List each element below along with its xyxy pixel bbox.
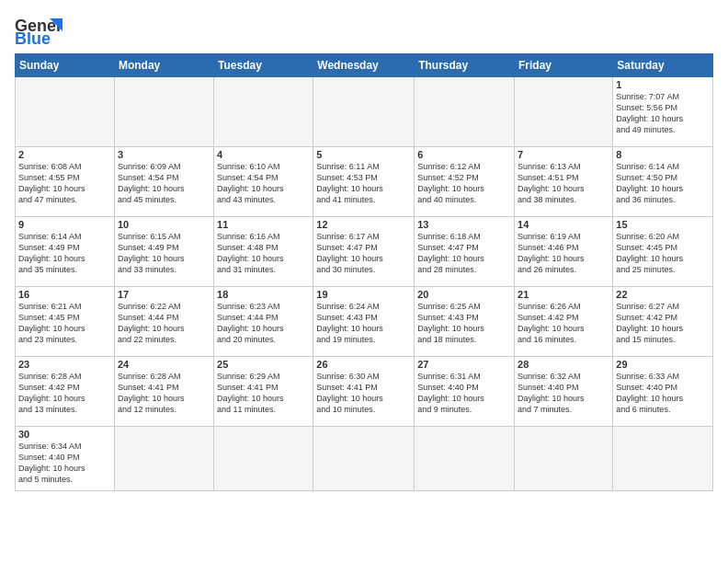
calendar-week-row: 2Sunrise: 6:08 AM Sunset: 4:55 PM Daylig…	[16, 147, 713, 217]
day-number: 19	[316, 289, 411, 300]
calendar-cell: 11Sunrise: 6:16 AM Sunset: 4:48 PM Dayli…	[214, 217, 313, 287]
calendar-cell: 29Sunrise: 6:33 AM Sunset: 4:40 PM Dayli…	[613, 357, 713, 427]
weekday-header-thursday: Thursday	[415, 54, 515, 77]
page: General Blue SundayMondayTuesdayWednesda…	[0, 0, 728, 563]
generalblue-logo: General Blue	[15, 11, 63, 46]
calendar-cell	[16, 77, 115, 147]
day-info: Sunrise: 6:29 AM Sunset: 4:41 PM Dayligh…	[217, 371, 310, 416]
day-number: 26	[316, 359, 411, 370]
day-number: 22	[616, 289, 710, 300]
calendar-cell: 27Sunrise: 6:31 AM Sunset: 4:40 PM Dayli…	[415, 357, 515, 427]
calendar-week-row: 9Sunrise: 6:14 AM Sunset: 4:49 PM Daylig…	[16, 217, 713, 287]
day-info: Sunrise: 6:08 AM Sunset: 4:55 PM Dayligh…	[18, 161, 111, 206]
weekday-header-saturday: Saturday	[613, 54, 713, 77]
weekday-header-tuesday: Tuesday	[214, 54, 313, 77]
calendar-cell	[313, 77, 415, 147]
calendar-cell	[613, 427, 713, 491]
day-number: 30	[18, 429, 111, 440]
day-number: 10	[118, 219, 210, 230]
weekday-header-wednesday: Wednesday	[313, 54, 415, 77]
day-number: 23	[18, 359, 111, 370]
calendar-cell	[415, 427, 515, 491]
calendar-cell	[313, 427, 415, 491]
day-info: Sunrise: 6:14 AM Sunset: 4:50 PM Dayligh…	[616, 161, 710, 206]
day-number: 28	[518, 359, 609, 370]
calendar-cell: 22Sunrise: 6:27 AM Sunset: 4:42 PM Dayli…	[613, 287, 713, 357]
day-number: 4	[217, 149, 310, 160]
day-info: Sunrise: 6:13 AM Sunset: 4:51 PM Dayligh…	[518, 161, 609, 206]
calendar-cell: 26Sunrise: 6:30 AM Sunset: 4:41 PM Dayli…	[313, 357, 415, 427]
calendar-cell: 15Sunrise: 6:20 AM Sunset: 4:45 PM Dayli…	[613, 217, 713, 287]
day-number: 8	[616, 149, 710, 160]
calendar-cell: 8Sunrise: 6:14 AM Sunset: 4:50 PM Daylig…	[613, 147, 713, 217]
day-info: Sunrise: 6:25 AM Sunset: 4:43 PM Dayligh…	[417, 301, 511, 346]
calendar-cell: 2Sunrise: 6:08 AM Sunset: 4:55 PM Daylig…	[16, 147, 115, 217]
calendar-cell	[214, 77, 313, 147]
calendar-cell: 7Sunrise: 6:13 AM Sunset: 4:51 PM Daylig…	[515, 147, 613, 217]
day-number: 12	[316, 219, 411, 230]
calendar-cell: 20Sunrise: 6:25 AM Sunset: 4:43 PM Dayli…	[415, 287, 515, 357]
calendar-cell	[114, 77, 213, 147]
calendar-cell: 14Sunrise: 6:19 AM Sunset: 4:46 PM Dayli…	[515, 217, 613, 287]
calendar-cell: 24Sunrise: 6:28 AM Sunset: 4:41 PM Dayli…	[114, 357, 213, 427]
day-info: Sunrise: 6:14 AM Sunset: 4:49 PM Dayligh…	[18, 231, 111, 276]
day-number: 20	[417, 289, 511, 300]
day-info: Sunrise: 6:15 AM Sunset: 4:49 PM Dayligh…	[118, 231, 210, 276]
weekday-header-friday: Friday	[515, 54, 613, 77]
day-info: Sunrise: 6:23 AM Sunset: 4:44 PM Dayligh…	[217, 301, 310, 346]
day-info: Sunrise: 6:28 AM Sunset: 4:42 PM Dayligh…	[18, 371, 111, 416]
day-info: Sunrise: 6:12 AM Sunset: 4:52 PM Dayligh…	[417, 161, 511, 206]
svg-text:Blue: Blue	[15, 29, 51, 46]
day-number: 14	[518, 219, 609, 230]
day-number: 11	[217, 219, 310, 230]
calendar-cell: 19Sunrise: 6:24 AM Sunset: 4:43 PM Dayli…	[313, 287, 415, 357]
day-info: Sunrise: 6:18 AM Sunset: 4:47 PM Dayligh…	[417, 231, 511, 276]
day-info: Sunrise: 6:22 AM Sunset: 4:44 PM Dayligh…	[118, 301, 210, 346]
calendar-cell: 5Sunrise: 6:11 AM Sunset: 4:53 PM Daylig…	[313, 147, 415, 217]
calendar-cell: 30Sunrise: 6:34 AM Sunset: 4:40 PM Dayli…	[16, 427, 115, 491]
calendar: SundayMondayTuesdayWednesdayThursdayFrid…	[15, 53, 713, 491]
day-number: 29	[616, 359, 710, 370]
calendar-cell: 17Sunrise: 6:22 AM Sunset: 4:44 PM Dayli…	[114, 287, 213, 357]
calendar-cell	[214, 427, 313, 491]
day-number: 6	[417, 149, 511, 160]
calendar-cell: 10Sunrise: 6:15 AM Sunset: 4:49 PM Dayli…	[114, 217, 213, 287]
day-info: Sunrise: 6:21 AM Sunset: 4:45 PM Dayligh…	[18, 301, 111, 346]
day-number: 18	[217, 289, 310, 300]
day-info: Sunrise: 6:20 AM Sunset: 4:45 PM Dayligh…	[616, 231, 710, 276]
weekday-header-monday: Monday	[114, 54, 213, 77]
calendar-cell: 12Sunrise: 6:17 AM Sunset: 4:47 PM Dayli…	[313, 217, 415, 287]
day-info: Sunrise: 6:30 AM Sunset: 4:41 PM Dayligh…	[316, 371, 411, 416]
calendar-week-row: 23Sunrise: 6:28 AM Sunset: 4:42 PM Dayli…	[16, 357, 713, 427]
day-number: 17	[118, 289, 210, 300]
day-number: 3	[118, 149, 210, 160]
day-number: 21	[518, 289, 609, 300]
calendar-cell: 23Sunrise: 6:28 AM Sunset: 4:42 PM Dayli…	[16, 357, 115, 427]
day-info: Sunrise: 6:24 AM Sunset: 4:43 PM Dayligh…	[316, 301, 411, 346]
calendar-week-row: 30Sunrise: 6:34 AM Sunset: 4:40 PM Dayli…	[16, 427, 713, 491]
calendar-cell: 4Sunrise: 6:10 AM Sunset: 4:54 PM Daylig…	[214, 147, 313, 217]
day-number: 27	[417, 359, 511, 370]
calendar-cell: 6Sunrise: 6:12 AM Sunset: 4:52 PM Daylig…	[415, 147, 515, 217]
day-number: 16	[18, 289, 111, 300]
day-info: Sunrise: 6:28 AM Sunset: 4:41 PM Dayligh…	[118, 371, 210, 416]
day-info: Sunrise: 6:27 AM Sunset: 4:42 PM Dayligh…	[616, 301, 710, 346]
calendar-cell: 28Sunrise: 6:32 AM Sunset: 4:40 PM Dayli…	[515, 357, 613, 427]
day-number: 25	[217, 359, 310, 370]
calendar-cell: 13Sunrise: 6:18 AM Sunset: 4:47 PM Dayli…	[415, 217, 515, 287]
day-info: Sunrise: 6:31 AM Sunset: 4:40 PM Dayligh…	[417, 371, 511, 416]
day-number: 2	[18, 149, 111, 160]
day-info: Sunrise: 6:26 AM Sunset: 4:42 PM Dayligh…	[518, 301, 609, 346]
day-number: 24	[118, 359, 210, 370]
calendar-cell: 1Sunrise: 7:07 AM Sunset: 5:56 PM Daylig…	[613, 77, 713, 147]
day-number: 13	[417, 219, 511, 230]
calendar-week-row: 16Sunrise: 6:21 AM Sunset: 4:45 PM Dayli…	[16, 287, 713, 357]
day-info: Sunrise: 6:32 AM Sunset: 4:40 PM Dayligh…	[518, 371, 609, 416]
day-info: Sunrise: 6:19 AM Sunset: 4:46 PM Dayligh…	[518, 231, 609, 276]
header: General Blue	[15, 11, 713, 46]
calendar-cell: 21Sunrise: 6:26 AM Sunset: 4:42 PM Dayli…	[515, 287, 613, 357]
day-info: Sunrise: 6:34 AM Sunset: 4:40 PM Dayligh…	[18, 441, 111, 486]
calendar-cell: 9Sunrise: 6:14 AM Sunset: 4:49 PM Daylig…	[16, 217, 115, 287]
day-info: Sunrise: 6:33 AM Sunset: 4:40 PM Dayligh…	[616, 371, 710, 416]
calendar-week-row: 1Sunrise: 7:07 AM Sunset: 5:56 PM Daylig…	[16, 77, 713, 147]
